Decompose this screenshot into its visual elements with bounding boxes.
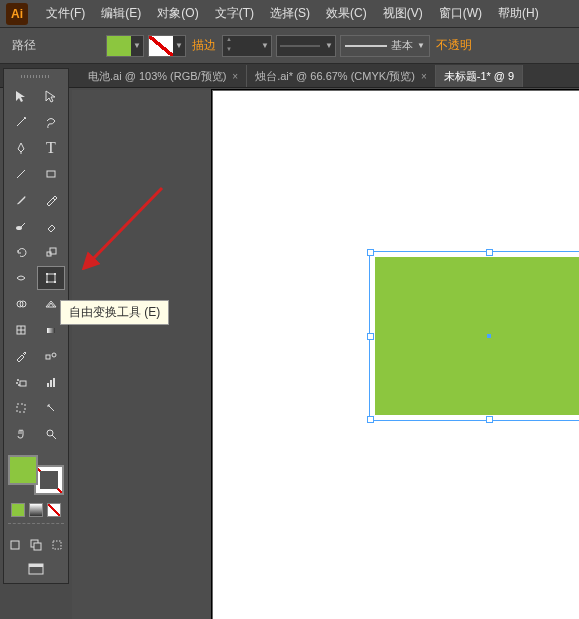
rectangle-tool[interactable] [37, 162, 65, 186]
center-point-icon [487, 334, 491, 338]
blob-brush-tool[interactable] [7, 214, 35, 238]
draw-inside-button[interactable] [50, 536, 65, 554]
slice-tool[interactable] [37, 396, 65, 420]
document-tab-bar: 电池.ai @ 103% (RGB/预览) × 烛台.ai* @ 66.67% … [0, 64, 579, 88]
none-mode-button[interactable] [47, 503, 61, 517]
menu-edit[interactable]: 编辑(E) [93, 5, 149, 22]
chevron-down-icon: ▼ [173, 36, 185, 56]
svg-rect-24 [47, 383, 49, 387]
chevron-down-icon: ▼ [131, 36, 143, 56]
chevron-down-icon: ▼ [259, 36, 271, 56]
artboard[interactable] [212, 90, 579, 619]
fill-swatch [107, 36, 131, 56]
menu-bar: Ai 文件(F) 编辑(E) 对象(O) 文字(T) 选择(S) 效果(C) 视… [0, 0, 579, 28]
resize-handle[interactable] [486, 416, 493, 423]
gradient-mode-button[interactable] [29, 503, 43, 517]
tab-label: 电池.ai @ 103% (RGB/预览) [88, 69, 226, 84]
color-mode-button[interactable] [11, 503, 25, 517]
tab-label: 烛台.ai* @ 66.67% (CMYK/预览) [255, 69, 415, 84]
menu-help[interactable]: 帮助(H) [490, 5, 547, 22]
svg-rect-33 [53, 541, 61, 549]
svg-rect-7 [47, 274, 55, 282]
svg-line-2 [17, 170, 25, 178]
variable-width-profile[interactable]: ▼ [276, 35, 336, 57]
draw-normal-button[interactable] [7, 536, 22, 554]
mesh-tool[interactable] [7, 318, 35, 342]
menu-window[interactable]: 窗口(W) [431, 5, 490, 22]
paintbrush-tool[interactable] [7, 188, 35, 212]
selection-mode-label: 路径 [12, 37, 36, 54]
svg-rect-30 [11, 541, 19, 549]
brush-definition-dropdown[interactable]: 基本 ▼ [340, 35, 430, 57]
direct-selection-tool[interactable] [37, 84, 65, 108]
stroke-weight-input[interactable]: ▲▼ ▼ [222, 35, 272, 57]
svg-rect-17 [47, 328, 55, 333]
selected-object[interactable] [369, 251, 579, 421]
fill-color-dropdown[interactable]: ▼ [106, 35, 144, 57]
width-tool[interactable] [7, 266, 35, 290]
control-bar: 路径 ▼ ▼ 描边 ▲▼ ▼ ▼ 基本 ▼ 不透明 [0, 28, 579, 64]
svg-line-29 [52, 435, 56, 439]
zoom-tool[interactable] [37, 422, 65, 446]
panel-grip[interactable] [6, 73, 66, 79]
stroke-color-dropdown[interactable]: ▼ [148, 35, 186, 57]
column-graph-tool[interactable] [37, 370, 65, 394]
opacity-label[interactable]: 不透明 [436, 37, 472, 54]
magic-wand-tool[interactable] [7, 110, 35, 134]
fill-stroke-controls[interactable] [6, 453, 66, 497]
menu-effect[interactable]: 效果(C) [318, 5, 375, 22]
fill-color-box[interactable] [8, 455, 38, 485]
blend-tool[interactable] [37, 344, 65, 368]
menu-select[interactable]: 选择(S) [262, 5, 318, 22]
svg-rect-27 [17, 404, 25, 412]
pencil-tool[interactable] [37, 188, 65, 212]
resize-handle[interactable] [486, 249, 493, 256]
line-tool[interactable] [7, 162, 35, 186]
svg-point-19 [52, 353, 56, 357]
scale-tool[interactable] [37, 240, 65, 264]
eraser-tool[interactable] [37, 214, 65, 238]
symbol-sprayer-tool[interactable] [7, 370, 35, 394]
svg-rect-20 [20, 381, 26, 386]
menu-object[interactable]: 对象(O) [149, 5, 206, 22]
rotate-tool[interactable] [7, 240, 35, 264]
document-tab[interactable]: 电池.ai @ 103% (RGB/预览) × [80, 65, 247, 87]
close-icon[interactable]: × [421, 71, 427, 82]
app-logo: Ai [6, 3, 28, 25]
svg-rect-9 [54, 273, 56, 275]
stroke-color-box[interactable] [34, 465, 64, 495]
lasso-tool[interactable] [37, 110, 65, 134]
tools-panel: T [3, 68, 69, 584]
svg-rect-10 [46, 281, 48, 283]
svg-rect-26 [53, 378, 55, 387]
stroke-label[interactable]: 描边 [192, 37, 216, 54]
draw-behind-button[interactable] [28, 536, 43, 554]
document-tab[interactable]: 烛台.ai* @ 66.67% (CMYK/预览) × [247, 65, 436, 87]
type-tool[interactable]: T [37, 136, 65, 160]
svg-point-1 [24, 117, 26, 119]
resize-handle[interactable] [367, 249, 374, 256]
hand-tool[interactable] [7, 422, 35, 446]
menu-view[interactable]: 视图(V) [375, 5, 431, 22]
svg-rect-8 [46, 273, 48, 275]
svg-rect-18 [46, 355, 50, 359]
resize-handle[interactable] [367, 333, 374, 340]
artboard-tool[interactable] [7, 396, 35, 420]
canvas-area[interactable] [72, 90, 579, 619]
resize-handle[interactable] [367, 416, 374, 423]
svg-rect-35 [29, 564, 43, 567]
svg-rect-32 [34, 543, 41, 550]
close-icon[interactable]: × [232, 71, 238, 82]
eyedropper-tool[interactable] [7, 344, 35, 368]
menu-file[interactable]: 文件(F) [38, 5, 93, 22]
svg-point-23 [18, 384, 20, 386]
free-transform-tool[interactable] [37, 266, 65, 290]
document-tab[interactable]: 未标题-1* @ 9 [436, 65, 523, 87]
selection-bounding-box [369, 251, 579, 421]
menu-type[interactable]: 文字(T) [207, 5, 262, 22]
selection-tool[interactable] [7, 84, 35, 108]
svg-point-22 [16, 382, 18, 384]
pen-tool[interactable] [7, 136, 35, 160]
screen-mode-button[interactable] [24, 560, 48, 578]
shape-builder-tool[interactable] [7, 292, 35, 316]
